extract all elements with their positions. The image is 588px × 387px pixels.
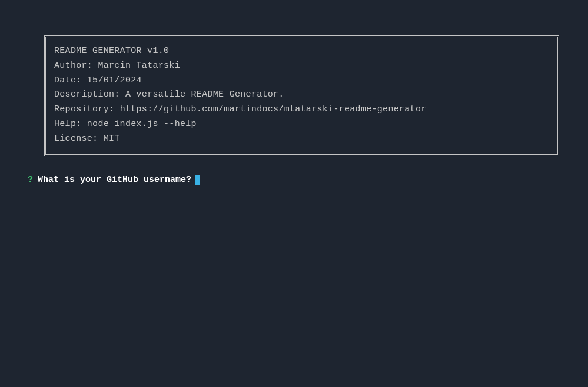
info-box: README GENERATOR v1.0 Author: Marcin Tat… — [44, 35, 559, 156]
author-line: Author: Marcin Tatarski — [54, 59, 549, 74]
license-line: License: MIT — [54, 132, 549, 147]
description-value: A versatile README Generator. — [125, 90, 284, 100]
prompt-mark-icon: ? — [28, 175, 33, 185]
help-value: node index.js --help — [87, 119, 197, 129]
cursor-icon — [195, 175, 200, 185]
date-value: 15/01/2024 — [87, 75, 142, 85]
terminal-window: README GENERATOR v1.0 Author: Marcin Tat… — [0, 0, 588, 197]
repository-line: Repository: https://github.com/martindoc… — [54, 102, 549, 117]
license-value: MIT — [104, 134, 120, 144]
help-line: Help: node index.js --help — [54, 117, 549, 132]
date-label: Date: — [54, 75, 87, 85]
description-line: Description: A versatile README Generato… — [54, 88, 549, 102]
date-line: Date: 15/01/2024 — [54, 74, 549, 88]
repository-label: Repository: — [54, 104, 120, 114]
prompt-line[interactable]: ? What is your GitHub username? — [28, 175, 562, 185]
prompt-question: What is your GitHub username? — [38, 175, 191, 185]
app-title: README GENERATOR v1.0 — [54, 44, 549, 59]
repository-value: https://github.com/martindocs/mtatarski-… — [120, 104, 427, 114]
license-label: License: — [54, 134, 104, 144]
author-label: Author: — [54, 61, 98, 71]
description-label: Description: — [54, 90, 125, 100]
author-value: Marcin Tatarski — [98, 61, 180, 71]
help-label: Help: — [54, 119, 87, 129]
